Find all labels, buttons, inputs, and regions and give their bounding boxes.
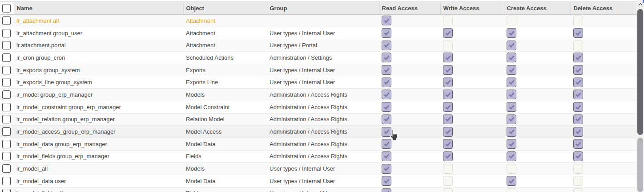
read-access-checkbox[interactable] — [382, 16, 391, 25]
write-access-checkbox[interactable] — [443, 176, 453, 186]
column-header-create-access[interactable]: Create Access — [504, 2, 571, 15]
cell-object[interactable]: Attachment — [183, 39, 267, 52]
cell-group[interactable]: User types / Internal User — [267, 163, 379, 175]
cell-name[interactable]: ir_model_access_group_erp_manager — [14, 126, 183, 138]
row-select-checkbox[interactable] — [2, 16, 11, 25]
create-access-checkbox[interactable] — [507, 114, 516, 124]
create-access-checkbox[interactable] — [507, 188, 516, 192]
column-header-delete-access[interactable]: Delete Access — [571, 2, 636, 15]
row-select-checkbox[interactable] — [2, 189, 11, 192]
row-select-checkbox[interactable] — [2, 164, 11, 173]
cell-object[interactable]: Fields — [183, 150, 267, 163]
table-row[interactable]: ir_attachment group_userAttachmentUser t… — [0, 27, 636, 39]
delete-access-checkbox[interactable] — [573, 41, 583, 50]
delete-access-checkbox[interactable] — [573, 188, 583, 192]
delete-access-checkbox[interactable] — [573, 139, 583, 149]
delete-access-checkbox[interactable] — [573, 16, 583, 25]
cell-group[interactable]: User types / Internal User — [267, 187, 379, 192]
create-access-checkbox[interactable] — [507, 53, 516, 62]
table-row[interactable]: ir_exports group_systemExportsUser types… — [0, 64, 636, 76]
write-access-checkbox[interactable] — [443, 28, 453, 38]
cell-group[interactable]: Administration / Settings — [267, 52, 379, 64]
read-access-checkbox[interactable] — [382, 78, 391, 87]
cell-group[interactable]: User types / Internal User — [267, 76, 379, 89]
create-access-checkbox[interactable] — [507, 139, 516, 149]
cell-name[interactable]: ir_model_data user — [14, 175, 183, 187]
write-access-checkbox[interactable] — [443, 16, 453, 25]
delete-access-checkbox[interactable] — [573, 78, 583, 87]
table-row[interactable]: ir_attachment allAttachment — [0, 15, 636, 27]
write-access-checkbox[interactable] — [443, 102, 453, 112]
cell-name[interactable]: ir_cron group_cron — [14, 52, 183, 64]
table-row[interactable]: ir_model_allModelsUser types / Internal … — [0, 163, 636, 175]
cell-object[interactable]: Fields — [183, 187, 267, 192]
row-select-checkbox[interactable] — [2, 41, 11, 49]
cell-object[interactable]: Exports Line — [183, 76, 267, 89]
create-access-checkbox[interactable] — [507, 176, 516, 186]
table-row[interactable]: ir_exports_line group_systemExports Line… — [0, 76, 636, 89]
row-select-checkbox[interactable] — [2, 177, 11, 185]
delete-access-checkbox[interactable] — [573, 90, 583, 99]
table-row[interactable]: ir_model_relation group_erp_managerRelat… — [0, 113, 636, 126]
delete-access-checkbox[interactable] — [573, 53, 583, 62]
table-row[interactable]: ir_cron group_cronScheduled ActionsAdmin… — [0, 52, 636, 64]
cell-name[interactable]: ir_model group_erp_manager — [14, 89, 183, 101]
create-access-checkbox[interactable] — [507, 28, 516, 38]
read-access-checkbox[interactable] — [382, 151, 391, 161]
row-select-checkbox[interactable] — [2, 29, 11, 37]
write-access-checkbox[interactable] — [443, 139, 453, 149]
column-header-read-access[interactable]: Read Access — [379, 2, 440, 15]
row-select-checkbox[interactable] — [2, 103, 11, 111]
create-access-checkbox[interactable] — [507, 127, 516, 137]
cell-name[interactable]: ir_model_constraint group_erp_manager — [14, 101, 183, 113]
cell-object[interactable]: Model Constraint — [183, 101, 267, 113]
create-access-checkbox[interactable] — [507, 164, 516, 174]
write-access-checkbox[interactable] — [443, 188, 453, 192]
cell-name[interactable]: ir_model_fields group_erp_manager — [14, 150, 183, 163]
table-row[interactable]: ir_model_access_group_erp_managerModel A… — [0, 126, 636, 138]
cell-name[interactable]: ir_model_relation group_erp_manager — [14, 113, 183, 126]
write-access-checkbox[interactable] — [443, 114, 453, 124]
cell-name[interactable]: ir_attachment group_user — [14, 27, 183, 39]
read-access-checkbox[interactable] — [382, 164, 391, 174]
cell-group[interactable]: Administration / Access Rights — [267, 138, 379, 150]
scrollbar-thumb[interactable] — [637, 9, 643, 135]
table-row[interactable]: ir.attachment.portalAttachmentUser types… — [0, 39, 636, 52]
delete-access-checkbox[interactable] — [573, 127, 583, 137]
cell-group[interactable]: Administration / Access Rights — [267, 113, 379, 126]
create-access-checkbox[interactable] — [507, 102, 516, 112]
cell-object[interactable]: Model Access — [183, 126, 267, 138]
cell-name[interactable]: ir_model_data group_erp_manager — [14, 138, 183, 150]
delete-access-checkbox[interactable] — [573, 102, 583, 112]
column-header-group[interactable]: Group — [267, 2, 379, 15]
create-access-checkbox[interactable] — [507, 151, 516, 161]
read-access-checkbox[interactable] — [382, 90, 391, 99]
cell-group[interactable]: Administration / Access Rights — [267, 150, 379, 163]
read-access-checkbox[interactable] — [382, 28, 391, 38]
scrollbar-track-lower[interactable] — [637, 138, 643, 192]
delete-access-checkbox[interactable] — [573, 65, 583, 75]
write-access-checkbox[interactable] — [443, 78, 453, 87]
cell-name[interactable]: ir_attachment all — [14, 15, 183, 27]
row-select-checkbox[interactable] — [2, 78, 11, 86]
table-row[interactable]: ir_model group_erp_managerModelsAdminist… — [0, 89, 636, 101]
cell-group[interactable]: Administration / Access Rights — [267, 101, 379, 113]
cell-name[interactable]: ir.attachment.portal — [14, 39, 183, 52]
write-access-checkbox[interactable] — [443, 164, 453, 174]
column-header-name[interactable]: Name — [14, 2, 183, 15]
write-access-checkbox[interactable] — [443, 65, 453, 75]
read-access-checkbox[interactable] — [382, 188, 391, 192]
delete-access-checkbox[interactable] — [573, 28, 583, 38]
select-all-checkbox[interactable] — [2, 4, 11, 12]
cell-group[interactable]: Administration / Access Rights — [267, 89, 379, 101]
cell-group[interactable]: User types / Internal User — [267, 64, 379, 76]
create-access-checkbox[interactable] — [507, 16, 516, 25]
cell-group[interactable] — [267, 15, 379, 27]
read-access-checkbox[interactable] — [382, 127, 391, 137]
cell-object[interactable]: Attachment — [183, 15, 267, 27]
read-access-checkbox[interactable] — [382, 176, 391, 186]
table-row[interactable]: ir_model_data userModel DataUser types /… — [0, 175, 636, 187]
cell-object[interactable]: Attachment — [183, 27, 267, 39]
cell-name[interactable]: ir_model_fields all — [14, 187, 183, 192]
row-select-checkbox[interactable] — [2, 127, 11, 136]
